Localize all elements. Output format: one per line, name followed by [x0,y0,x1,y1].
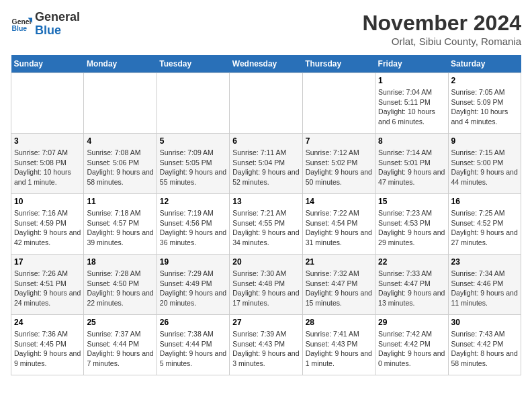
calendar-cell [11,73,84,134]
day-number: 13 [232,197,299,206]
calendar-table: SundayMondayTuesdayWednesdayThursdayFrid… [11,55,521,375]
day-info: Sunrise: 7:37 AM Sunset: 4:44 PM Dayligh… [87,329,153,369]
day-number: 1 [378,76,445,85]
calendar-cell: 11Sunrise: 7:18 AM Sunset: 4:57 PM Dayli… [84,194,157,255]
day-info: Sunrise: 7:28 AM Sunset: 4:50 PM Dayligh… [87,269,153,308]
day-number: 21 [306,257,372,267]
day-info: Sunrise: 7:43 AM Sunset: 4:42 PM Dayligh… [451,329,518,369]
day-info: Sunrise: 7:25 AM Sunset: 4:52 PM Dayligh… [451,208,518,248]
day-info: Sunrise: 7:16 AM Sunset: 4:59 PM Dayligh… [14,208,81,248]
logo-general-text: General [35,10,80,24]
day-info: Sunrise: 7:36 AM Sunset: 4:45 PM Dayligh… [14,329,81,369]
day-number: 2 [451,76,518,85]
calendar-cell: 5Sunrise: 7:09 AM Sunset: 5:05 PM Daylig… [157,134,229,194]
calendar-cell: 8Sunrise: 7:14 AM Sunset: 5:01 PM Daylig… [375,134,448,194]
calendar-cell: 30Sunrise: 7:43 AM Sunset: 4:42 PM Dayli… [448,315,521,375]
day-number: 9 [451,136,518,146]
day-info: Sunrise: 7:09 AM Sunset: 5:05 PM Dayligh… [160,148,226,187]
weekday-header-sunday: Sunday [11,55,84,73]
day-info: Sunrise: 7:12 AM Sunset: 5:02 PM Dayligh… [306,148,372,187]
day-info: Sunrise: 7:08 AM Sunset: 5:06 PM Dayligh… [87,148,153,187]
day-number: 14 [306,197,372,206]
day-info: Sunrise: 7:32 AM Sunset: 4:47 PM Dayligh… [306,269,372,308]
day-number: 4 [87,136,153,146]
day-number: 15 [378,197,445,206]
day-info: Sunrise: 7:21 AM Sunset: 4:55 PM Dayligh… [232,208,299,248]
day-info: Sunrise: 7:11 AM Sunset: 5:04 PM Dayligh… [232,148,299,187]
weekday-header-row: SundayMondayTuesdayWednesdayThursdayFrid… [11,55,521,73]
day-number: 19 [160,257,226,267]
day-number: 29 [378,318,445,327]
weekday-header-tuesday: Tuesday [157,55,229,73]
calendar-cell: 24Sunrise: 7:36 AM Sunset: 4:45 PM Dayli… [11,315,84,375]
day-info: Sunrise: 7:30 AM Sunset: 4:48 PM Dayligh… [232,269,299,308]
calendar-cell: 20Sunrise: 7:30 AM Sunset: 4:48 PM Dayli… [230,255,302,315]
logo: General Blue General Blue [11,11,80,38]
calendar-cell: 12Sunrise: 7:19 AM Sunset: 4:56 PM Dayli… [157,194,229,255]
svg-text:Blue: Blue [12,25,28,32]
day-number: 18 [87,257,153,267]
day-info: Sunrise: 7:19 AM Sunset: 4:56 PM Dayligh… [160,208,226,248]
calendar-cell: 23Sunrise: 7:34 AM Sunset: 4:46 PM Dayli… [448,255,521,315]
week-row-3: 10Sunrise: 7:16 AM Sunset: 4:59 PM Dayli… [11,194,521,255]
calendar-cell: 1Sunrise: 7:04 AM Sunset: 5:11 PM Daylig… [375,73,448,134]
day-info: Sunrise: 7:29 AM Sunset: 4:49 PM Dayligh… [160,269,226,308]
day-info: Sunrise: 7:14 AM Sunset: 5:01 PM Dayligh… [378,148,445,187]
day-number: 12 [160,197,226,206]
day-info: Sunrise: 7:22 AM Sunset: 4:54 PM Dayligh… [306,208,372,248]
day-number: 3 [14,136,81,146]
month-year: November 2024 [362,11,521,36]
calendar-cell: 2Sunrise: 7:05 AM Sunset: 5:09 PM Daylig… [448,73,521,134]
calendar-cell: 18Sunrise: 7:28 AM Sunset: 4:50 PM Dayli… [84,255,157,315]
day-info: Sunrise: 7:38 AM Sunset: 4:44 PM Dayligh… [160,329,226,369]
calendar-cell [302,73,375,134]
day-info: Sunrise: 7:15 AM Sunset: 5:00 PM Dayligh… [451,148,518,187]
day-info: Sunrise: 7:34 AM Sunset: 4:46 PM Dayligh… [451,269,518,308]
calendar-cell: 25Sunrise: 7:37 AM Sunset: 4:44 PM Dayli… [84,315,157,375]
day-number: 8 [378,136,445,146]
week-row-1: 1Sunrise: 7:04 AM Sunset: 5:11 PM Daylig… [11,73,521,134]
day-number: 27 [232,318,299,327]
day-number: 10 [14,197,81,206]
calendar-cell [230,73,302,134]
calendar-cell: 21Sunrise: 7:32 AM Sunset: 4:47 PM Dayli… [302,255,375,315]
day-number: 16 [451,197,518,206]
calendar-cell: 10Sunrise: 7:16 AM Sunset: 4:59 PM Dayli… [11,194,84,255]
calendar-cell: 22Sunrise: 7:33 AM Sunset: 4:47 PM Dayli… [375,255,448,315]
day-info: Sunrise: 7:42 AM Sunset: 4:42 PM Dayligh… [378,329,445,369]
day-number: 20 [232,257,299,267]
logo-icon: General Blue [11,13,32,35]
day-info: Sunrise: 7:18 AM Sunset: 4:57 PM Dayligh… [87,208,153,248]
calendar-cell: 4Sunrise: 7:08 AM Sunset: 5:06 PM Daylig… [84,134,157,194]
weekday-header-thursday: Thursday [302,55,375,73]
calendar-cell: 19Sunrise: 7:29 AM Sunset: 4:49 PM Dayli… [157,255,229,315]
calendar-cell: 14Sunrise: 7:22 AM Sunset: 4:54 PM Dayli… [302,194,375,255]
day-number: 28 [306,318,372,327]
calendar-cell: 26Sunrise: 7:38 AM Sunset: 4:44 PM Dayli… [157,315,229,375]
day-number: 26 [160,318,226,327]
weekday-header-wednesday: Wednesday [230,55,302,73]
calendar-cell: 16Sunrise: 7:25 AM Sunset: 4:52 PM Dayli… [448,194,521,255]
day-number: 23 [451,257,518,267]
day-info: Sunrise: 7:33 AM Sunset: 4:47 PM Dayligh… [378,269,445,308]
day-info: Sunrise: 7:07 AM Sunset: 5:08 PM Dayligh… [14,148,81,187]
day-number: 24 [14,318,81,327]
calendar-cell: 17Sunrise: 7:26 AM Sunset: 4:51 PM Dayli… [11,255,84,315]
calendar-cell: 6Sunrise: 7:11 AM Sunset: 5:04 PM Daylig… [230,134,302,194]
title-area: November 2024 Orlat, Sibiu County, Roman… [362,11,521,47]
day-info: Sunrise: 7:39 AM Sunset: 4:43 PM Dayligh… [232,329,299,369]
day-number: 30 [451,318,518,327]
calendar-cell: 3Sunrise: 7:07 AM Sunset: 5:08 PM Daylig… [11,134,84,194]
day-info: Sunrise: 7:04 AM Sunset: 5:11 PM Dayligh… [378,87,445,127]
logo-blue-text: Blue [35,24,61,37]
calendar-cell: 15Sunrise: 7:23 AM Sunset: 4:53 PM Dayli… [375,194,448,255]
day-number: 17 [14,257,81,267]
weekday-header-monday: Monday [84,55,157,73]
day-number: 11 [87,197,153,206]
week-row-2: 3Sunrise: 7:07 AM Sunset: 5:08 PM Daylig… [11,134,521,194]
weekday-header-friday: Friday [375,55,448,73]
location: Orlat, Sibiu County, Romania [362,36,521,47]
calendar-cell: 9Sunrise: 7:15 AM Sunset: 5:00 PM Daylig… [448,134,521,194]
calendar-cell: 7Sunrise: 7:12 AM Sunset: 5:02 PM Daylig… [302,134,375,194]
day-number: 5 [160,136,226,146]
